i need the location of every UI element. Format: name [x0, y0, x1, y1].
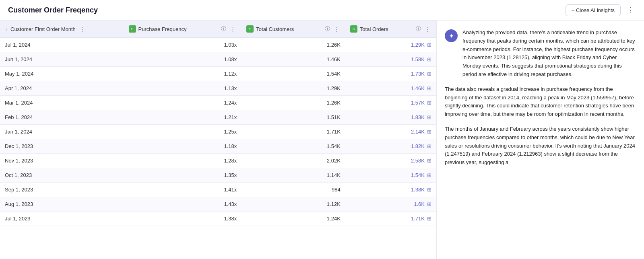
cell-purchase-freq: 1.13x	[124, 81, 242, 96]
ai-panel: ✦ Analyzing the provided data, there's a…	[437, 21, 644, 259]
order-value: 1.58K	[411, 56, 425, 62]
col-month-label: Customer First Order Month	[10, 26, 76, 32]
cell-month: Dec 1, 2023	[0, 139, 124, 154]
cell-month: Oct 1, 2023	[0, 168, 124, 183]
table-expand-icon[interactable]: ⊞	[427, 100, 431, 106]
table-row: Jul 1, 20231.38x1.24K 1.71K ⊞	[0, 212, 436, 226]
table-expand-icon[interactable]: ⊞	[427, 187, 431, 193]
table-header-row: ↓ Customer First Order Month ⋮ S Purchas…	[0, 21, 436, 38]
table-row: Apr 1, 20241.13x1.29K 1.46K ⊞	[0, 81, 436, 96]
table-row: Oct 1, 20231.35x1.14K 1.54K ⊞	[0, 168, 436, 183]
table-expand-icon[interactable]: ⊞	[427, 172, 431, 178]
cell-month: Nov 1, 2023	[0, 154, 124, 168]
order-value: 1.57K	[411, 100, 425, 106]
order-value: 1.83K	[411, 114, 425, 120]
table-row: May 1, 20241.12x1.54K 1.73K ⊞	[0, 67, 436, 81]
page-title: Customer Order Freqency	[8, 6, 98, 14]
table-expand-icon[interactable]: ⊞	[427, 143, 431, 149]
table-row: Dec 1, 20231.18x1.54K 1.82K ⊞	[0, 139, 436, 154]
ai-star-icon: ✦	[445, 29, 458, 42]
table-expand-icon[interactable]: ⊞	[427, 158, 431, 164]
order-value: 2.14K	[411, 129, 425, 135]
table-expand-icon[interactable]: ⊞	[427, 216, 431, 222]
cell-total-customers: 1.54K	[242, 139, 345, 154]
order-value: 1.82K	[411, 143, 425, 149]
ai-second-paragraph: The data also reveals a gradual increase…	[445, 85, 636, 119]
col-header-total-orders: S Total Orders ⓘ ⋮	[345, 21, 436, 38]
cell-total-customers: 1.71K	[242, 125, 345, 139]
table-row: Jul 1, 20241.03x1.26K 1.29K ⊞	[0, 38, 436, 52]
col-header-month: ↓ Customer First Order Month ⋮	[0, 21, 124, 38]
table-expand-icon[interactable]: ⊞	[427, 114, 431, 120]
table-row: Sep 1, 20231.41x984 1.38K ⊞	[0, 183, 436, 197]
cell-total-orders: 1.54K ⊞	[345, 168, 436, 183]
cell-total-orders: 1.57K ⊞	[345, 96, 436, 110]
header-actions: + Close AI insights ⋮	[566, 4, 636, 16]
col-orders-menu[interactable]: ⋮	[424, 25, 431, 33]
order-value: 1.54K	[411, 172, 425, 178]
col-month-menu[interactable]: ⋮	[79, 25, 87, 33]
cell-total-orders: 1.29K ⊞	[345, 38, 436, 52]
cell-purchase-freq: 1.18x	[124, 139, 242, 154]
col-header-purchase-freq: S Purchase Frequency ⓘ ⋮	[124, 21, 242, 38]
order-value: 1.46K	[411, 85, 425, 91]
cell-purchase-freq: 1.24x	[124, 96, 242, 110]
cell-total-orders: 1.71K ⊞	[345, 212, 436, 226]
table-expand-icon[interactable]: ⊞	[427, 129, 431, 135]
cell-total-customers: 1.14K	[242, 168, 345, 183]
cell-total-orders: 1.73K ⊞	[345, 67, 436, 81]
table-expand-icon[interactable]: ⊞	[427, 201, 431, 207]
table-row: Mar 1, 20241.24x1.26K 1.57K ⊞	[0, 96, 436, 110]
cell-total-customers: 984	[242, 183, 345, 197]
cell-purchase-freq: 1.41x	[124, 183, 242, 197]
cell-month: Aug 1, 2023	[0, 197, 124, 212]
header: Customer Order Freqency + Close AI insig…	[0, 0, 644, 21]
order-value: 1.29K	[411, 42, 425, 48]
ai-header: ✦ Analyzing the provided data, there's a…	[445, 29, 636, 79]
table-expand-icon[interactable]: ⊞	[427, 71, 431, 77]
cell-month: Apr 1, 2024	[0, 81, 124, 96]
cell-purchase-freq: 1.21x	[124, 110, 242, 125]
header-menu-icon[interactable]: ⋮	[625, 4, 636, 16]
table-expand-icon[interactable]: ⊞	[427, 42, 431, 48]
cell-total-orders: 1.82K ⊞	[345, 139, 436, 154]
col-freq-info[interactable]: ⓘ	[220, 25, 227, 33]
cell-total-customers: 1.24K	[242, 212, 345, 226]
cell-total-customers: 1.54K	[242, 67, 345, 81]
order-value: 1.38K	[411, 187, 425, 193]
table-expand-icon[interactable]: ⊞	[427, 85, 431, 91]
content-area: ↓ Customer First Order Month ⋮ S Purchas…	[0, 21, 644, 259]
col-freq-label: Purchase Frequency	[138, 26, 187, 32]
ai-first-paragraph: Analyzing the provided data, there's a n…	[462, 29, 636, 79]
cell-total-customers: 1.51K	[242, 110, 345, 125]
close-ai-button[interactable]: + Close AI insights	[566, 4, 621, 16]
order-value: 1.71K	[411, 216, 425, 222]
cell-purchase-freq: 1.03x	[124, 38, 242, 52]
ai-third-paragraph: The months of January and February acros…	[445, 125, 636, 167]
order-value: 1.73K	[411, 71, 425, 77]
data-table: ↓ Customer First Order Month ⋮ S Purchas…	[0, 21, 436, 226]
cell-month: Sep 1, 2023	[0, 183, 124, 197]
col-customers-label: Total Customers	[256, 26, 294, 32]
cell-total-customers: 1.12K	[242, 197, 345, 212]
table-expand-icon[interactable]: ⊞	[427, 56, 431, 62]
col-freq-menu[interactable]: ⋮	[229, 25, 237, 33]
shopify-icon-customers: S	[246, 25, 254, 33]
cell-purchase-freq: 1.12x	[124, 67, 242, 81]
cell-total-orders: 2.14K ⊞	[345, 125, 436, 139]
cell-month: Feb 1, 2024	[0, 110, 124, 125]
cell-month: Jul 1, 2023	[0, 212, 124, 226]
col-customers-info[interactable]: ⓘ	[324, 25, 331, 33]
cell-purchase-freq: 1.25x	[124, 125, 242, 139]
col-customers-menu[interactable]: ⋮	[333, 25, 341, 33]
shopify-icon-freq: S	[129, 25, 136, 33]
cell-total-customers: 1.46K	[242, 52, 345, 67]
cell-total-orders: 1.38K ⊞	[345, 183, 436, 197]
col-orders-info[interactable]: ⓘ	[415, 25, 422, 33]
cell-purchase-freq: 1.38x	[124, 212, 242, 226]
cell-total-customers: 1.29K	[242, 81, 345, 96]
cell-total-orders: 1.46K ⊞	[345, 81, 436, 96]
cell-month: May 1, 2024	[0, 67, 124, 81]
cell-total-orders: 2.58K ⊞	[345, 154, 436, 168]
sort-icon[interactable]: ↓	[5, 26, 7, 32]
